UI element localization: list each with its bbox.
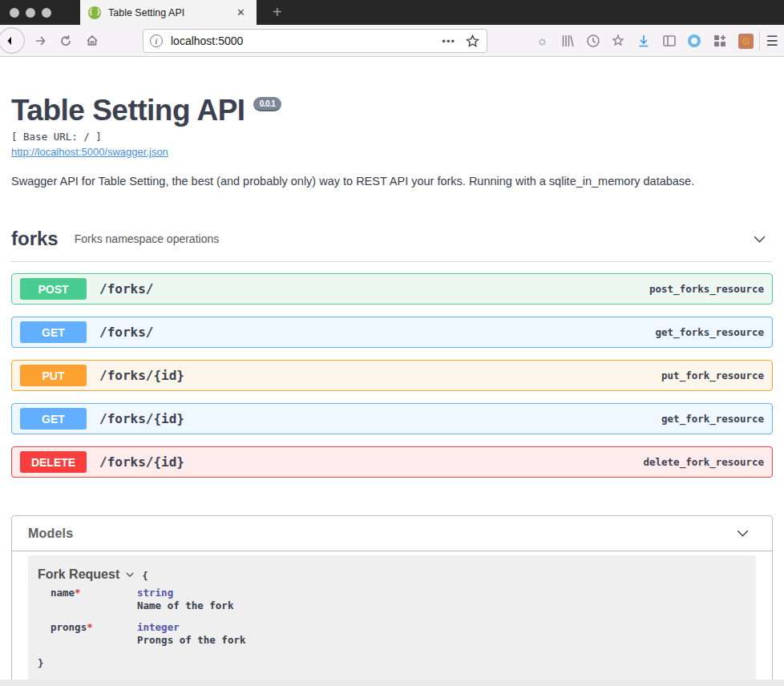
new-tab-button[interactable]: +: [266, 2, 289, 23]
browser-tab[interactable]: { } Table Setting API ✕: [80, 0, 257, 25]
model-name: Fork Request: [38, 567, 119, 582]
operation-row[interactable]: POST /forks/ post_forks_resource: [11, 273, 773, 305]
tab-close-icon[interactable]: ✕: [233, 5, 249, 20]
reload-button[interactable]: [56, 31, 75, 50]
models-header[interactable]: Models: [12, 516, 772, 551]
property-type: integer: [137, 621, 245, 633]
back-button[interactable]: [0, 27, 25, 54]
method-badge: GET: [20, 321, 87, 343]
operation-row[interactable]: PUT /forks/{id} put_fork_resource: [11, 360, 773, 391]
window-zoom-button[interactable]: [42, 8, 51, 18]
operation-row[interactable]: GET /forks/{id} get_fork_resource: [11, 403, 773, 434]
api-description: Swagger API for Table Setting, the best …: [11, 175, 773, 188]
url-text[interactable]: localhost:5000: [171, 34, 442, 47]
api-title: Table Setting API 0.0.1: [11, 94, 773, 127]
api-title-text: Table Setting API: [11, 94, 245, 127]
history-clock-icon[interactable]: [584, 32, 602, 50]
operation-row[interactable]: DELETE /forks/{id} delete_fork_resource: [11, 446, 773, 478]
version-badge: 0.0.1: [253, 97, 282, 111]
operation-id: post_forks_resource: [649, 283, 764, 295]
tab-bar: { } Table Setting API ✕ +: [0, 0, 784, 25]
forward-button[interactable]: [30, 31, 50, 50]
model-property-row: name* string Name of the fork: [51, 587, 746, 611]
tab-title: Table Setting API: [108, 7, 233, 18]
sidebar-toggle-icon[interactable]: [661, 32, 678, 50]
property-value: string Name of the fork: [137, 587, 233, 611]
method-badge: GET: [20, 408, 87, 430]
url-bar[interactable]: i localhost:5000 •••: [143, 29, 487, 53]
method-badge: DELETE: [20, 451, 87, 473]
property-name: name*: [51, 587, 137, 611]
operation-path: /forks/{id}: [99, 454, 184, 470]
operation-path: /forks/{id}: [99, 368, 184, 383]
bookmarks-menu-icon[interactable]: [609, 32, 627, 50]
model-property-row: prongs* integer Prongs of the fork: [51, 621, 746, 646]
ring-extension-icon[interactable]: [685, 32, 703, 50]
property-type: string: [137, 587, 233, 599]
operations-list: POST /forks/ post_forks_resource GET /fo…: [11, 273, 773, 478]
models-body: Fork Request { name* string Name of the …: [12, 551, 772, 686]
chevron-down-icon[interactable]: [746, 231, 773, 248]
reload-icon: [59, 34, 73, 48]
property-name-text: prongs: [51, 621, 87, 633]
window-minimize-button[interactable]: [26, 8, 35, 18]
model-head[interactable]: Fork Request {: [38, 567, 746, 582]
close-brace: }: [38, 657, 746, 669]
property-name: prongs*: [51, 621, 137, 646]
models-chevron-down-icon[interactable]: [729, 525, 756, 542]
home-icon: [85, 34, 99, 48]
required-star: *: [87, 621, 93, 633]
site-info-icon[interactable]: i: [150, 34, 163, 47]
browser-toolbar: i localhost:5000 ••• ☼ ⚙ ☰: [0, 25, 784, 57]
operation-id: get_forks_resource: [656, 326, 764, 338]
property-description: Prongs of the fork: [137, 634, 245, 646]
operation-path: /forks/{id}: [99, 411, 184, 426]
forward-arrow-icon: [33, 34, 47, 48]
models-title: Models: [28, 527, 73, 541]
property-name-text: name: [51, 587, 75, 599]
gear-icon: ⚙: [738, 34, 754, 49]
window-close-button[interactable]: [10, 8, 19, 18]
window-controls: [10, 8, 51, 18]
grid-extension-icon[interactable]: [711, 32, 729, 50]
operation-row[interactable]: GET /forks/ get_forks_resource: [11, 317, 773, 348]
bookmark-star-icon[interactable]: [465, 34, 480, 49]
method-badge: PUT: [20, 365, 87, 386]
operation-path: /forks/: [99, 281, 153, 297]
operation-id: delete_fork_resource: [643, 456, 764, 468]
settings-extension-icon[interactable]: ⚙: [737, 32, 754, 50]
operation-path: /forks/: [99, 325, 153, 340]
tag-name: forks: [11, 228, 59, 250]
toolbar-separator: [759, 31, 760, 50]
page-bottom-strip: [0, 680, 784, 686]
method-badge: POST: [20, 278, 87, 300]
ring-shape: [688, 34, 701, 47]
swagger-json-link[interactable]: http://localhost:5000/swagger.json: [11, 146, 168, 158]
property-description: Name of the fork: [137, 599, 233, 611]
operation-id: put_fork_resource: [661, 369, 764, 381]
page-actions-icon[interactable]: •••: [442, 35, 455, 47]
models-section: Models Fork Request { n: [11, 515, 773, 686]
fork-request-model: Fork Request { name* string Name of the …: [28, 555, 756, 682]
open-brace: {: [142, 570, 148, 582]
operation-id: get_fork_resource: [661, 413, 764, 425]
model-chevron-down-icon[interactable]: [124, 569, 135, 580]
forks-tag-header[interactable]: forks Forks namespace operations: [11, 228, 773, 262]
menu-hamburger-icon[interactable]: ☰: [763, 32, 781, 50]
swagger-favicon-icon: { }: [88, 6, 101, 19]
base-url: [ Base URL: / ]: [11, 131, 773, 143]
swagger-ui: Table Setting API 0.0.1 [ Base URL: / ] …: [0, 57, 784, 686]
firefox-window: { } Table Setting API ✕ + i localhost:50…: [0, 0, 784, 686]
required-star: *: [75, 587, 81, 599]
library-icon[interactable]: [559, 32, 576, 50]
brightness-extension-icon[interactable]: ☼: [533, 32, 551, 50]
back-arrow-icon: [5, 34, 19, 48]
downloads-icon[interactable]: [635, 32, 653, 50]
home-button[interactable]: [83, 31, 102, 50]
property-value: integer Prongs of the fork: [137, 621, 245, 646]
tag-description: Forks namespace operations: [75, 232, 220, 245]
